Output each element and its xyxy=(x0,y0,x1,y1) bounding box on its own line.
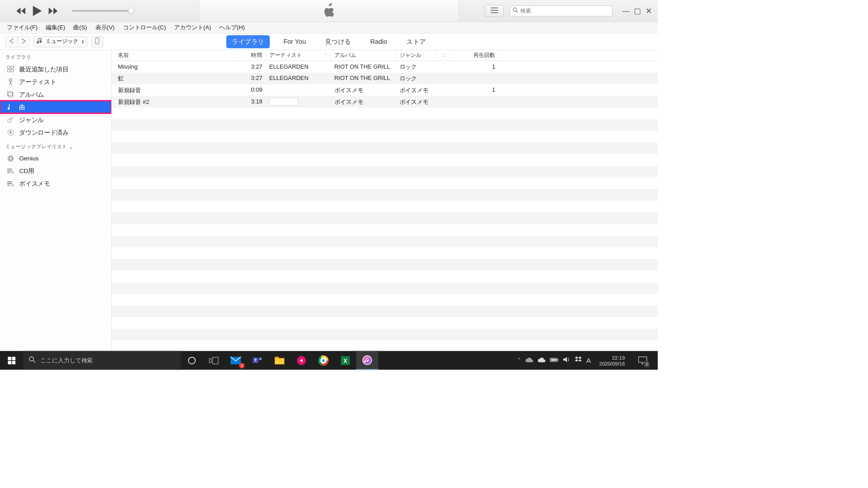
dropbox-icon[interactable] xyxy=(575,357,581,364)
tab-store[interactable]: ストア xyxy=(401,35,431,48)
sidebar-playlists-header[interactable]: ミュージックプレイリスト ⌄ xyxy=(0,139,111,152)
menu-help[interactable]: ヘルプ(H) xyxy=(216,22,248,33)
sidebar-item-genres[interactable]: ジャンル xyxy=(0,113,111,126)
minimize-button[interactable]: — xyxy=(622,7,629,15)
forward-button[interactable] xyxy=(18,37,29,47)
taskbar-clock[interactable]: 22:19 2020/09/16 xyxy=(596,355,628,366)
svg-line-12 xyxy=(10,117,14,119)
sidebar-item-recent[interactable]: 最近追加した項目 xyxy=(0,63,111,75)
previous-button[interactable] xyxy=(16,7,26,14)
column-time[interactable]: 時間 xyxy=(235,50,266,61)
sidebar-item-downloaded[interactable]: ダウンロード済み xyxy=(0,126,111,139)
next-button[interactable] xyxy=(49,7,58,14)
volume-icon[interactable] xyxy=(563,357,570,364)
task-view-icon[interactable] xyxy=(203,351,225,370)
ime-indicator[interactable]: A xyxy=(586,357,591,364)
empty-row xyxy=(112,235,658,247)
sidebar-item-artists[interactable]: アーティスト xyxy=(0,75,111,88)
playlist-icon xyxy=(7,167,14,175)
notification-count: 5 xyxy=(644,361,650,367)
column-album[interactable]: アルバム xyxy=(331,50,396,61)
section-tabs: ライブラリ For You 見つける Radio ストア xyxy=(226,35,431,48)
onedrive-icon[interactable] xyxy=(525,357,533,364)
volume-slider[interactable] xyxy=(72,10,133,12)
menu-bar: ファイル(F) 編集(E) 曲(S) 表示(V) コントロール(C) アカウント… xyxy=(0,22,658,33)
sidebar-item-albums[interactable]: アルバム xyxy=(0,88,111,101)
sidebar-playlist-cd[interactable]: CD用 xyxy=(0,165,111,178)
artist-edit-field[interactable] xyxy=(269,98,298,106)
back-button[interactable] xyxy=(6,37,18,47)
cell-genre: ボイスメモ xyxy=(396,96,437,108)
action-center-button[interactable]: 5 xyxy=(633,351,652,370)
svg-rect-20 xyxy=(12,357,16,360)
sidebar-item-label: ジャンル xyxy=(19,116,44,124)
table-row[interactable]: 虹3:27ELLEGARDENRIOT ON THE GRILLロック xyxy=(112,73,658,84)
device-button[interactable] xyxy=(91,36,103,47)
album-icon xyxy=(7,90,14,98)
cell-love xyxy=(437,61,451,73)
mail-app-icon[interactable]: 2 xyxy=(225,351,246,370)
sidebar-item-label: ボイスメモ xyxy=(19,179,50,188)
empty-row xyxy=(112,305,658,317)
excel-app-icon[interactable]: X xyxy=(335,351,356,370)
column-genre[interactable]: ジャンル xyxy=(396,50,437,61)
tab-library[interactable]: ライブラリ xyxy=(226,35,269,48)
menu-account[interactable]: アカウント(A) xyxy=(171,22,215,33)
list-icon xyxy=(491,7,498,14)
empty-row xyxy=(112,259,658,271)
clock-time: 22:19 xyxy=(599,355,625,361)
menu-controls[interactable]: コントロール(C) xyxy=(119,22,169,33)
column-plays[interactable]: 再生回数 xyxy=(451,50,499,61)
taskbar-search[interactable]: ここに入力して検索 xyxy=(24,351,181,370)
tray-chevron-icon[interactable]: ˄ xyxy=(518,357,521,364)
sidebar-playlist-genius[interactable]: Genius xyxy=(0,152,111,164)
sidebar-playlist-voice[interactable]: ボイスメモ xyxy=(0,178,111,190)
explorer-app-icon[interactable] xyxy=(269,351,290,370)
column-love[interactable]: ♡ xyxy=(437,50,451,61)
search-field[interactable] xyxy=(510,5,613,16)
column-name[interactable]: 名前 xyxy=(112,50,235,61)
cell-artist: ELLEGARDEN xyxy=(266,73,331,84)
cell-name: 虹 xyxy=(112,73,235,84)
close-button[interactable]: ✕ xyxy=(646,7,652,15)
windows-taskbar: ここに入力して検索 2 T X ˄ A 22:19 2020/09/16 5 xyxy=(0,351,658,370)
cell-time: 3:27 xyxy=(235,73,266,84)
start-button[interactable] xyxy=(0,351,24,370)
svg-point-0 xyxy=(513,8,517,11)
empty-row xyxy=(112,294,658,305)
svg-line-24 xyxy=(33,361,36,363)
sort-asc-icon: ˄ xyxy=(325,53,327,57)
teams-app-icon[interactable]: T xyxy=(247,351,269,370)
sidebar-item-label: アルバム xyxy=(19,90,44,99)
chrome-app-icon[interactable] xyxy=(312,351,334,370)
svg-rect-5 xyxy=(11,66,13,68)
maximize-button[interactable]: ▢ xyxy=(634,7,641,15)
menu-file[interactable]: ファイル(F) xyxy=(4,22,41,33)
table-row[interactable]: 新規録音 #23:18ボイスメモボイスメモ xyxy=(112,96,658,108)
tab-browse[interactable]: 見つける xyxy=(320,35,357,48)
column-artist[interactable]: アーティスト ˄ xyxy=(266,50,331,61)
menu-view[interactable]: 表示(V) xyxy=(92,22,118,33)
media-type-selector[interactable]: ミュージック ▴▾ xyxy=(33,36,87,47)
menu-song[interactable]: 曲(S) xyxy=(70,22,90,33)
sidebar: ライブラリ 最近追加した項目 アーティスト アルバム 曲 ジャンル xyxy=(0,50,112,351)
table-row[interactable]: 新規録音0:09ボイスメモボイスメモ1 xyxy=(112,84,658,96)
app-icon[interactable] xyxy=(291,351,312,370)
itunes-app-icon[interactable] xyxy=(356,351,378,370)
tab-for-you[interactable]: For You xyxy=(278,36,311,47)
sidebar-item-songs[interactable]: 曲 xyxy=(0,101,111,113)
svg-rect-26 xyxy=(209,358,212,362)
battery-icon[interactable] xyxy=(550,357,558,364)
cloud-icon[interactable] xyxy=(538,357,545,364)
atom-icon xyxy=(7,155,14,162)
search-input[interactable] xyxy=(520,8,609,14)
system-tray: ˄ A 22:19 2020/09/16 5 xyxy=(512,351,658,370)
tab-radio[interactable]: Radio xyxy=(365,36,393,47)
heart-icon: ♡ xyxy=(441,52,446,58)
cortana-icon[interactable] xyxy=(181,351,203,370)
menu-edit[interactable]: 編集(E) xyxy=(42,22,69,33)
empty-row xyxy=(112,189,658,201)
up-next-button[interactable] xyxy=(485,5,504,17)
table-row[interactable]: Missing3:27ELLEGARDENRIOT ON THE GRILLロッ… xyxy=(112,61,658,73)
play-button[interactable] xyxy=(33,6,42,16)
